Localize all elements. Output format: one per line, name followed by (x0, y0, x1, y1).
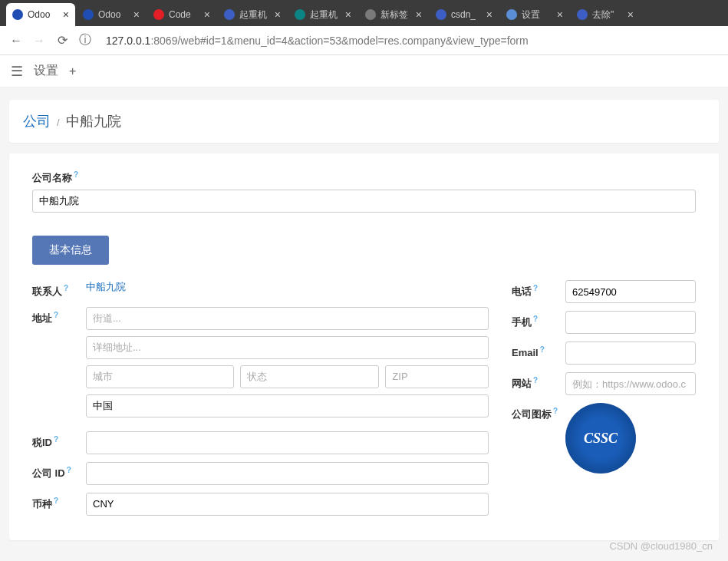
tab-title: Code (169, 9, 201, 20)
address-row: 地址? (32, 307, 489, 424)
help-icon[interactable]: ? (54, 435, 58, 444)
label-text: 税ID (32, 437, 52, 448)
help-icon[interactable]: ? (74, 170, 78, 179)
tab-title: csdn_ (451, 9, 483, 20)
info-icon[interactable]: ⓘ (77, 32, 94, 48)
browser-tab[interactable]: Code× (147, 3, 216, 26)
help-icon[interactable]: ? (553, 407, 558, 415)
plus-icon[interactable]: + (69, 64, 76, 78)
email-input[interactable] (565, 342, 696, 365)
tab-favicon (436, 9, 446, 20)
help-icon[interactable]: ? (533, 376, 538, 384)
help-icon[interactable]: ? (54, 497, 58, 505)
tab-title: 起重机 (239, 8, 272, 21)
help-icon[interactable]: ? (64, 284, 68, 292)
form-panel: 公司名称? 基本信息 联系人? 中船九院 地址? (9, 153, 719, 540)
browser-tabs: Odoo× Odoo× Code× 起重机× 起重机× 新标签× csdn_× … (0, 0, 728, 26)
close-icon[interactable]: × (204, 8, 210, 21)
taxid-row: 税ID? (32, 431, 489, 454)
label-text: 公司 ID (32, 467, 65, 479)
form-grid: 联系人? 中船九院 地址? (32, 280, 696, 523)
tab-favicon (83, 9, 94, 20)
tab-title: Odoo (28, 9, 60, 20)
companyid-row: 公司 ID? (32, 462, 489, 485)
street2-input[interactable] (86, 336, 489, 359)
menu-icon[interactable]: ☰ (11, 63, 23, 80)
street-input[interactable] (86, 307, 489, 330)
website-row: 网站? (512, 372, 696, 395)
contact-row: 联系人? 中船九院 (32, 280, 489, 299)
content: 公司 / 中船九院 公司名称? 基本信息 联系人? 中船九院 地址? (0, 87, 728, 540)
url-path: /web#id=1&menu_id=4&action=53&model=res.… (177, 35, 528, 47)
contact-value[interactable]: 中船九院 (86, 280, 489, 299)
label-text: 联系人 (32, 286, 62, 298)
breadcrumb-current: 中船九院 (66, 112, 121, 130)
close-icon[interactable]: × (628, 8, 634, 21)
browser-tab[interactable]: 起重机× (288, 3, 357, 26)
forward-icon[interactable]: → (31, 34, 48, 48)
address-label: 地址? (32, 307, 86, 424)
logo-row: 公司图标? CSSC (512, 403, 696, 474)
browser-tab[interactable]: 去除"× (571, 3, 640, 26)
browser-tab[interactable]: 新标签× (359, 3, 428, 26)
zip-input[interactable] (385, 365, 489, 388)
label-text: 手机 (512, 317, 532, 328)
help-icon[interactable]: ? (533, 284, 538, 292)
browser-tab[interactable]: Odoo× (6, 3, 75, 26)
browser-toolbar: ← → ⟳ ⓘ 127.0.0.1:8069/web#id=1&menu_id=… (0, 26, 728, 55)
company-logo[interactable]: CSSC (565, 403, 636, 474)
close-icon[interactable]: × (63, 8, 69, 21)
label-text: 网站 (512, 378, 532, 390)
tab-favicon (153, 9, 164, 20)
browser-tab[interactable]: Odoo× (77, 3, 146, 26)
help-icon[interactable]: ? (533, 315, 538, 323)
help-icon[interactable]: ? (540, 345, 545, 354)
tab-basic-info[interactable]: 基本信息 (32, 236, 109, 265)
close-icon[interactable]: × (486, 8, 492, 21)
close-icon[interactable]: × (557, 8, 563, 21)
close-icon[interactable]: × (275, 8, 281, 21)
address-bar[interactable]: 127.0.0.1:8069/web#id=1&menu_id=4&action… (100, 31, 720, 50)
label-text: 地址 (32, 312, 52, 324)
label-text: 电话 (512, 286, 532, 298)
breadcrumb-root[interactable]: 公司 (23, 112, 51, 130)
close-icon[interactable]: × (133, 8, 140, 21)
email-label: Email? (512, 342, 565, 365)
app-title: 设置 (34, 63, 58, 79)
url-host: 127.0.0.1 (106, 35, 150, 47)
tab-favicon (506, 9, 517, 20)
currency-input[interactable] (86, 493, 489, 516)
phone-input[interactable] (565, 280, 696, 303)
back-icon[interactable]: ← (8, 34, 25, 48)
watermark: CSDN @cloud1980_cn (609, 540, 713, 552)
tab-favicon (295, 9, 305, 20)
browser-tab[interactable]: 设置× (500, 3, 569, 26)
city-input[interactable] (86, 365, 234, 388)
browser-tab[interactable]: csdn_× (430, 3, 499, 26)
taxid-input[interactable] (86, 431, 489, 454)
help-icon[interactable]: ? (54, 311, 58, 319)
refresh-icon[interactable]: ⟳ (54, 33, 71, 48)
close-icon[interactable]: × (345, 8, 351, 21)
help-icon[interactable]: ? (67, 466, 71, 474)
url-port: :8069 (150, 35, 177, 47)
tab-favicon (224, 9, 235, 20)
label-text: Email (512, 348, 539, 359)
browser-tab[interactable]: 起重机× (218, 3, 287, 26)
country-input[interactable] (86, 394, 489, 417)
email-row: Email? (512, 342, 696, 365)
state-input[interactable] (240, 365, 379, 388)
phone-label: 电话? (512, 280, 565, 303)
company-name-input[interactable] (32, 190, 696, 213)
mobile-label: 手机? (512, 311, 565, 334)
tab-title: 新标签 (380, 8, 413, 21)
website-input[interactable] (565, 372, 696, 395)
tab-favicon (365, 9, 376, 20)
close-icon[interactable]: × (416, 8, 422, 21)
tab-title: 去除" (592, 8, 624, 21)
form-right-col: 电话? 手机? Email? 网站? 公司图标? CSSC (512, 280, 696, 523)
currency-label: 币种? (32, 493, 86, 516)
companyid-input[interactable] (86, 462, 489, 485)
mobile-input[interactable] (565, 311, 696, 334)
tab-title: 设置 (522, 8, 554, 21)
